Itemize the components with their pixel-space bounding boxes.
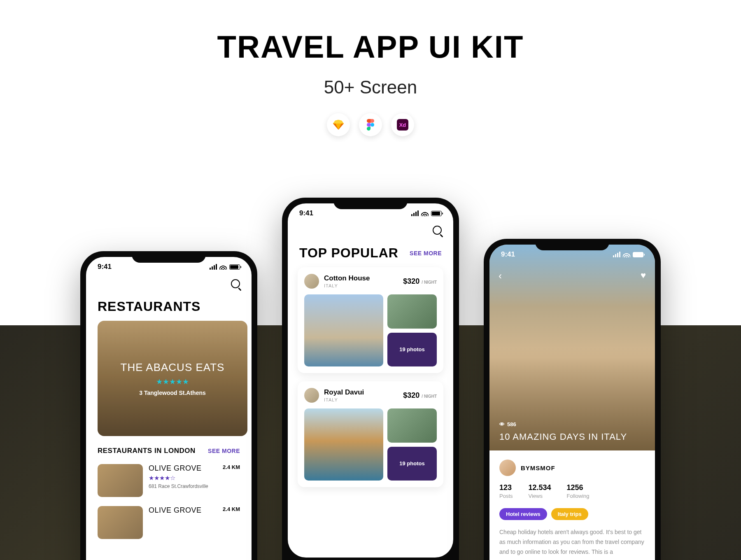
article-title: 10 AMAZING DAYS IN ITALY (499, 432, 627, 442)
author-row[interactable]: BYMSMOF (489, 450, 655, 483)
hotel-photo-large[interactable] (304, 408, 383, 481)
search-icon[interactable] (433, 226, 442, 235)
item-name: OLIVE GROVE (149, 506, 202, 515)
page-subtitle: 50+ Screen (0, 77, 741, 98)
search-icon[interactable] (231, 279, 240, 288)
featured-restaurant-card[interactable]: THE ABACUS EATS ★★★★★ 3 Tanglewood St.At… (98, 321, 247, 436)
item-name: OLIVE GROVE (149, 464, 202, 473)
restaurant-thumb (98, 506, 143, 539)
hotel-name: Royal Davui (324, 388, 364, 397)
hero-header: TRAVEL APP UI KIT 50+ Screen Xd (0, 0, 741, 136)
stat-views: 12.534 (529, 483, 551, 492)
figma-icon (359, 113, 382, 136)
hotel-photo-small[interactable] (387, 294, 437, 329)
rating-stars: ★★★★☆ (149, 474, 240, 482)
hotel-location: ITALY (324, 397, 364, 402)
item-distance: 2.4 KM (223, 506, 240, 512)
hotel-avatar (304, 274, 319, 289)
rating-stars: ★★★★★ (156, 377, 189, 386)
see-more-link[interactable]: SEE MORE (410, 250, 442, 257)
page-title: TRAVEL APP UI KIT (0, 29, 741, 65)
phone-mockup-restaurants: 9:41 RESTAURANTS THE ABACUS EATS ★★★★★ 3… (80, 251, 257, 560)
stat-posts: 123 (499, 483, 513, 492)
list-item[interactable]: OLIVE GROVE2.4 KM (86, 503, 252, 545)
signal-icon (411, 210, 419, 216)
more-photos-button[interactable]: 19 photos (387, 333, 437, 367)
item-address: 681 Race St.Crawfordsville (149, 483, 240, 489)
battery-icon (229, 264, 240, 270)
battery-icon (633, 252, 643, 257)
hotel-name: Cotton House (324, 274, 370, 282)
list-item[interactable]: OLIVE GROVE2.4 KM ★★★★☆ 681 Race St.Craw… (86, 461, 252, 503)
phone-mockup-popular: 9:41 TOP POPULAR SEE MORE Cotton HouseIT… (282, 198, 459, 560)
hotel-card[interactable]: Royal DavuiITALY $320 / NIGHT 19 photos (298, 381, 443, 487)
author-name: BYMSMOF (521, 464, 555, 471)
stats-row: 123Posts 12.534Views 1256Following (489, 483, 655, 508)
hotel-photo-large[interactable] (304, 294, 383, 366)
hotel-location: ITALY (324, 283, 370, 288)
hotel-price: $320 (403, 391, 419, 399)
article-body: Cheap holiday hotels aren't always good.… (489, 527, 655, 557)
featured-address: 3 Tanglewood St.Athens (139, 390, 206, 396)
sketch-icon (327, 113, 350, 136)
price-unit: / NIGHT (422, 394, 437, 399)
tag-hotel-reviews[interactable]: Hotel reviews (499, 508, 547, 520)
eye-icon: 👁 (499, 421, 505, 427)
hotel-card[interactable]: Cotton HouseITALY $320 / NIGHT 19 photos (298, 267, 443, 373)
section-title: RESTAURANTS (86, 293, 252, 321)
see-more-link[interactable]: SEE MORE (208, 448, 240, 454)
stat-following: 1256 (567, 483, 590, 492)
wifi-icon (623, 252, 630, 257)
view-count: 👁586 (499, 421, 516, 427)
phone-mockup-article: 9:41 ‹ ♥ 👁586 10 AMAZING DAYS IN ITALY B… (484, 239, 661, 560)
more-photos-button[interactable]: 19 photos (387, 447, 437, 481)
restaurant-thumb (98, 464, 143, 497)
xd-icon: Xd (391, 113, 414, 136)
item-distance: 2.4 KM (223, 464, 240, 470)
tool-icons: Xd (0, 113, 741, 136)
author-avatar (499, 460, 516, 476)
signal-icon (210, 264, 217, 270)
tag-row: Hotel reviews Italy trips (489, 508, 655, 527)
back-icon[interactable]: ‹ (499, 270, 502, 282)
hotel-photo-small[interactable] (387, 408, 437, 443)
battery-icon (431, 211, 442, 216)
wifi-icon (421, 211, 429, 216)
article-hero-image: 9:41 ‹ ♥ 👁586 10 AMAZING DAYS IN ITALY (489, 245, 655, 450)
svg-point-0 (370, 123, 374, 127)
svg-text:Xd: Xd (399, 122, 406, 128)
featured-name: THE ABACUS EATS (121, 361, 225, 374)
status-time: 9:41 (299, 209, 313, 217)
tag-italy-trips[interactable]: Italy trips (551, 508, 588, 520)
signal-icon (613, 252, 620, 257)
status-time: 9:41 (501, 250, 515, 259)
heart-icon[interactable]: ♥ (641, 270, 646, 281)
hotel-avatar (304, 388, 319, 403)
wifi-icon (219, 264, 227, 270)
price-unit: / NIGHT (422, 280, 437, 285)
status-time: 9:41 (98, 263, 112, 271)
section-title: TOP POPULAR (299, 245, 398, 261)
hotel-price: $320 (403, 277, 419, 285)
list-title: RESTAURANTS IN LONDON (98, 447, 196, 455)
